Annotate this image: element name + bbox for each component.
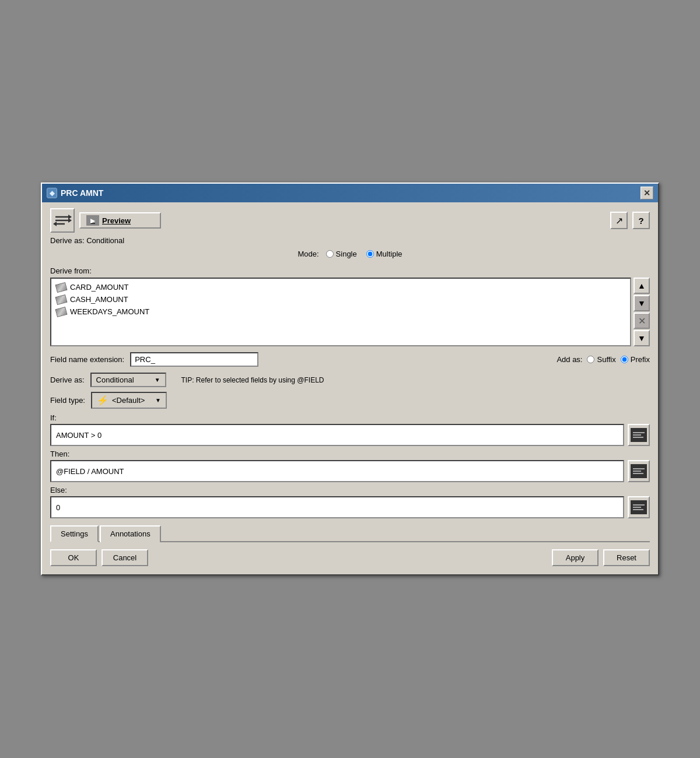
- field-ext-row: Field name extension: Add as: Suffix Pre…: [50, 352, 650, 367]
- derive-as-row: Derive as: Conditional ▼ TIP: Refer to s…: [50, 373, 650, 387]
- launch-icon: ↗: [615, 215, 623, 226]
- toolbar-row: ▶ Preview ↗ ?: [50, 208, 650, 233]
- field-ext-label: Field name extension:: [50, 355, 124, 364]
- else-row: [50, 496, 650, 518]
- window-body: ▶ Preview ↗ ? Derive as: Conditional Mod…: [42, 202, 658, 574]
- close-button[interactable]: ✕: [640, 187, 653, 199]
- list-action-buttons: ▲ ▼ ✕ ▼: [634, 278, 650, 346]
- mode-multiple-label: Multiple: [376, 250, 402, 258]
- suffix-option[interactable]: Suffix: [587, 355, 615, 364]
- derive-as-value: Conditional: [96, 376, 134, 384]
- else-input[interactable]: [50, 496, 624, 518]
- then-row: [50, 460, 650, 482]
- preview-label: Preview: [102, 216, 131, 225]
- derive-as-header: Derive as: Conditional: [50, 236, 650, 245]
- preview-icon: ▶: [86, 215, 99, 226]
- else-formula-button[interactable]: [628, 496, 650, 518]
- mode-label: Mode:: [298, 250, 318, 258]
- add-as-group: Add as: Suffix Prefix: [556, 355, 650, 364]
- prefix-option[interactable]: Prefix: [621, 355, 650, 364]
- field-type-row: Field type: ⚡ <Default> ▼: [50, 392, 650, 409]
- add-as-label: Add as:: [556, 355, 582, 364]
- tab-bar: Settings Annotations: [50, 524, 650, 542]
- list-item-label-3: WEEKDAYS_AMOUNT: [70, 307, 149, 316]
- derive-as-arrow: ▼: [155, 377, 160, 383]
- pencil-icon-3: [55, 306, 67, 317]
- svg-marker-5: [53, 222, 57, 226]
- mode-row: Mode: Single Multiple: [50, 250, 650, 258]
- window-icon: ◆: [47, 188, 57, 198]
- field-type-value: <Default>: [112, 396, 145, 405]
- derive-as-label: Derive as:: [50, 376, 85, 384]
- suffix-radio[interactable]: [587, 356, 594, 363]
- button-row: OK Cancel Apply Reset: [50, 542, 650, 566]
- if-formula-button[interactable]: [628, 424, 650, 446]
- if-input[interactable]: [50, 424, 624, 446]
- title-bar: ◆ PRC AMNT ✕: [42, 184, 658, 202]
- remove-button[interactable]: ✕: [634, 313, 650, 329]
- tip-text: TIP: Refer to selected fields by using @…: [181, 376, 324, 384]
- list-item[interactable]: CARD_AMOUNT: [54, 281, 628, 293]
- derive-as-select[interactable]: Conditional ▼: [90, 373, 166, 387]
- field-type-icon: ⚡: [97, 395, 108, 406]
- field-type-select[interactable]: ⚡ <Default> ▼: [91, 392, 167, 409]
- title-bar-left: ◆ PRC AMNT: [47, 188, 103, 198]
- list-item[interactable]: WEEKDAYS_AMOUNT: [54, 306, 628, 318]
- help-icon: ?: [638, 216, 643, 226]
- mode-multiple-option[interactable]: Multiple: [366, 250, 402, 258]
- scroll-down-button[interactable]: ▼: [634, 330, 650, 346]
- list-item-label-2: CASH_AMOUNT: [70, 295, 128, 304]
- mode-multiple-radio[interactable]: [366, 250, 374, 258]
- main-window: ◆ PRC AMNT ✕ ▶ Preview: [41, 183, 659, 575]
- tab-settings-label: Settings: [61, 529, 88, 538]
- mode-single-option[interactable]: Single: [326, 250, 357, 258]
- mode-radio-group: Single Multiple: [326, 250, 402, 258]
- then-label: Then:: [50, 450, 650, 458]
- svg-marker-3: [68, 218, 72, 223]
- tab-annotations-label: Annotations: [110, 529, 150, 538]
- else-label: Else:: [50, 486, 650, 494]
- launch-button[interactable]: ↗: [610, 212, 628, 229]
- list-item-label-1: CARD_AMOUNT: [70, 283, 128, 292]
- ok-button[interactable]: OK: [50, 549, 97, 566]
- move-down-button[interactable]: ▼: [634, 295, 650, 311]
- mode-single-radio[interactable]: [326, 250, 334, 258]
- derive-from-list[interactable]: CARD_AMOUNT CASH_AMOUNT WEEKDAYS_AMOUNT: [50, 278, 631, 346]
- apply-button[interactable]: Apply: [552, 549, 598, 566]
- then-formula-button[interactable]: [628, 460, 650, 482]
- derive-from-container: CARD_AMOUNT CASH_AMOUNT WEEKDAYS_AMOUNT …: [50, 278, 650, 346]
- scroll-up-button[interactable]: ▲: [634, 278, 650, 294]
- transform-icon: [50, 208, 75, 233]
- reset-button[interactable]: Reset: [603, 549, 650, 566]
- tab-annotations[interactable]: Annotations: [100, 525, 161, 542]
- formula-icon-2: [631, 464, 647, 478]
- prefix-label: Prefix: [631, 355, 650, 364]
- field-type-label: Field type:: [50, 396, 85, 405]
- cancel-button[interactable]: Cancel: [102, 549, 148, 566]
- field-type-arrow: ▼: [155, 397, 161, 403]
- if-row: [50, 424, 650, 446]
- preview-button[interactable]: ▶ Preview: [79, 212, 161, 229]
- derive-from-label: Derive from:: [50, 266, 650, 275]
- field-ext-input[interactable]: [130, 352, 258, 367]
- window-title: PRC AMNT: [61, 188, 103, 198]
- tab-settings[interactable]: Settings: [50, 525, 99, 542]
- pencil-icon-2: [55, 294, 67, 304]
- pencil-icon-1: [55, 282, 67, 292]
- formula-icon-1: [631, 428, 647, 442]
- mode-single-label: Single: [336, 250, 357, 258]
- then-input[interactable]: [50, 460, 624, 482]
- formula-icon-3: [631, 500, 647, 514]
- prefix-radio[interactable]: [621, 356, 628, 363]
- suffix-label: Suffix: [597, 355, 615, 364]
- if-label: If:: [50, 413, 650, 422]
- help-button[interactable]: ?: [632, 212, 650, 229]
- list-item[interactable]: CASH_AMOUNT: [54, 293, 628, 306]
